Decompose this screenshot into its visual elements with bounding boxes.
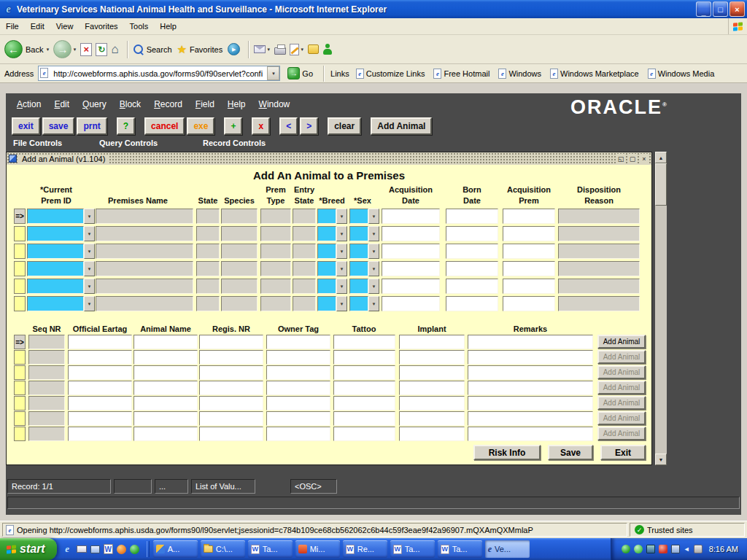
breed-dropdown-button[interactable]: ▼ [336, 226, 347, 241]
official-eartag-field[interactable] [68, 381, 132, 395]
oracle-toolbar--button[interactable]: > [300, 117, 318, 135]
exit-button[interactable]: Exit [600, 445, 646, 460]
ie-menu-tools[interactable]: Tools [124, 19, 155, 34]
link-windows-media[interactable]: eWindows Media [648, 69, 715, 79]
current-prem-id-field[interactable] [27, 244, 84, 259]
tattoo-field[interactable] [333, 427, 395, 441]
animal-name-field[interactable] [133, 365, 198, 380]
tattoo-field[interactable] [333, 381, 395, 395]
tattoo-field[interactable] [333, 350, 395, 365]
address-input[interactable] [38, 66, 280, 81]
scrollbar-thumb[interactable] [655, 163, 667, 206]
regis-nr-field[interactable] [199, 427, 263, 441]
home-button[interactable]: ⌂ [111, 42, 118, 57]
link-customize-links[interactable]: eCustomize Links [356, 69, 425, 79]
edit-button[interactable]: ▼ [290, 44, 304, 55]
address-dropdown-button[interactable]: ▼ [267, 66, 279, 80]
born-date-field[interactable] [446, 279, 498, 294]
implant-field[interactable] [399, 381, 465, 395]
back-dropdown-icon[interactable]: ▼ [45, 47, 50, 52]
acquisition-date-field[interactable] [382, 261, 440, 276]
mail-dropdown-icon[interactable]: ▼ [266, 47, 271, 52]
close-button[interactable]: × [729, 1, 745, 17]
oracle-menu-field[interactable]: Field [189, 97, 221, 112]
acquisition-date-field[interactable] [382, 296, 440, 311]
acquisition-prem-field[interactable] [503, 209, 555, 224]
breed-dropdown-button[interactable]: ▼ [336, 244, 347, 259]
breed-field[interactable] [317, 261, 336, 276]
tattoo-field[interactable] [333, 396, 395, 411]
remarks-field[interactable] [468, 427, 593, 441]
add-animal-row-button[interactable]: Add Animal [597, 335, 646, 349]
link-free-hotmail[interactable]: eFree Hotmail [433, 69, 489, 79]
taskbar-button-mi[interactable]: Mi... [295, 540, 340, 558]
regis-nr-field[interactable] [199, 381, 263, 395]
sex-dropdown-button[interactable]: ▼ [368, 279, 379, 294]
owner-tag-field[interactable] [266, 411, 330, 426]
discuss-button[interactable] [308, 44, 319, 54]
oracle-menu-action[interactable]: Action [10, 97, 47, 112]
sex-dropdown-button[interactable]: ▼ [368, 261, 379, 276]
breed-field[interactable] [317, 279, 336, 294]
oracle-toolbar-cancel-button[interactable]: cancel [144, 117, 185, 135]
forward-button[interactable]: → ▼ [53, 40, 77, 58]
show-desktop-icon[interactable] [90, 545, 100, 553]
acquisition-date-field[interactable] [382, 226, 440, 241]
owner-tag-field[interactable] [266, 427, 330, 441]
remarks-field[interactable] [468, 381, 593, 395]
minimize-button[interactable]: _ [696, 1, 711, 17]
ie-menu-view[interactable]: View [50, 19, 80, 34]
tattoo-field[interactable] [333, 365, 395, 380]
current-prem-id-dropdown-button[interactable]: ▼ [84, 226, 95, 241]
breed-dropdown-button[interactable]: ▼ [336, 209, 347, 224]
taskbar-button-ta[interactable]: WTa... [390, 540, 435, 558]
scroll-up-button[interactable]: ▲ [655, 152, 667, 163]
taskbar-button-re[interactable]: WRe... [343, 540, 387, 558]
owner-tag-field[interactable] [266, 350, 330, 365]
oracle-menu-window[interactable]: Window [252, 97, 297, 112]
official-eartag-field[interactable] [68, 411, 132, 426]
current-prem-id-field[interactable] [27, 261, 84, 276]
animal-name-field[interactable] [133, 411, 198, 426]
acquisition-prem-field[interactable] [503, 279, 555, 294]
implant-field[interactable] [399, 335, 465, 349]
owner-tag-field[interactable] [266, 396, 330, 411]
sex-field[interactable] [349, 209, 368, 224]
breed-dropdown-button[interactable]: ▼ [336, 279, 347, 294]
oracle-menu-block[interactable]: Block [113, 97, 147, 112]
animal-name-field[interactable] [133, 427, 198, 441]
tattoo-field[interactable] [333, 335, 395, 349]
regis-nr-field[interactable] [199, 365, 263, 380]
oracle-toolbar-clear-button[interactable]: clear [328, 117, 361, 135]
oracle-menu-query[interactable]: Query [76, 97, 113, 112]
go-button[interactable]: → Go [285, 66, 316, 81]
sex-field[interactable] [349, 226, 368, 241]
current-prem-id-dropdown-button[interactable]: ▼ [84, 244, 95, 259]
breed-dropdown-button[interactable]: ▼ [336, 261, 347, 276]
born-date-field[interactable] [446, 261, 498, 276]
oracle-toolbar--button[interactable]: ? [117, 117, 135, 135]
animal-name-field[interactable] [133, 381, 198, 395]
security-tray-icon[interactable] [659, 545, 667, 553]
oracle-menu-edit[interactable]: Edit [47, 97, 76, 112]
breed-dropdown-button[interactable]: ▼ [336, 296, 347, 311]
oracle-toolbar-save-button[interactable]: save [42, 117, 75, 135]
oracle-toolbar--button[interactable]: < [279, 117, 298, 135]
oracle-menu-help[interactable]: Help [221, 97, 252, 112]
remarks-field[interactable] [468, 335, 593, 349]
form-titlebar[interactable]: Add an Animal (v1.104) ◱ ▢ × [7, 152, 651, 165]
current-prem-id-field[interactable] [27, 226, 84, 241]
oracle-toolbar-prnt-button[interactable]: prnt [77, 117, 107, 135]
born-date-field[interactable] [446, 244, 498, 259]
sex-field[interactable] [349, 296, 368, 311]
oracle-menu-record[interactable]: Record [147, 97, 189, 112]
taskbar-button-ta[interactable]: WTa... [438, 540, 482, 558]
messenger-icon[interactable] [130, 545, 139, 554]
print-button[interactable] [274, 44, 286, 55]
stop-button[interactable]: × [80, 43, 92, 56]
sex-dropdown-button[interactable]: ▼ [368, 226, 379, 241]
remarks-field[interactable] [468, 411, 593, 426]
update-tray-icon[interactable] [622, 545, 630, 553]
outlook-icon[interactable] [77, 545, 87, 553]
device-tray-icon[interactable] [694, 545, 703, 553]
